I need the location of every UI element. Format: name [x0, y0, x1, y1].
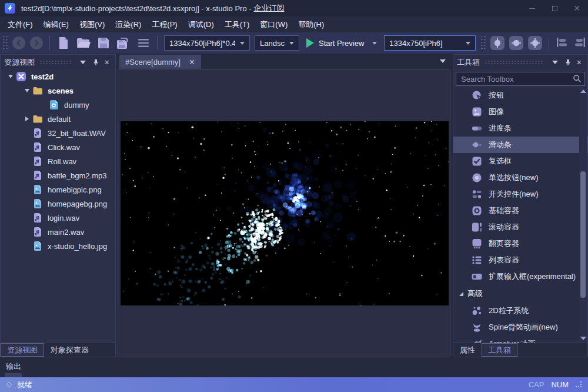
tree-item-login.wav[interactable]: login.wav — [1, 211, 115, 225]
tree-item-test2d[interactable]: test2d — [1, 69, 115, 84]
tree-item-dummy[interactable]: dummy — [1, 98, 115, 112]
checkbox-icon — [471, 155, 483, 167]
tree-item-default[interactable]: default — [1, 112, 115, 126]
anchor-center-button[interactable] — [528, 36, 542, 50]
tree-item-battle_bgm2.mp3[interactable]: battle_bgm2.mp3 — [1, 168, 115, 182]
pin-icon[interactable] — [92, 59, 99, 66]
menu-item-编辑E[interactable]: 编辑(E) — [38, 17, 74, 32]
toolbox-item-slider[interactable]: 滑动条 — [453, 137, 587, 153]
scene-tab[interactable]: #Scene[dummy] ✕ — [119, 55, 201, 69]
menu-item-渲染R[interactable]: 渲染(R) — [110, 17, 146, 32]
maximize-button[interactable] — [543, 0, 566, 16]
minimize-button[interactable]: ─ — [521, 0, 543, 16]
open-folder-button[interactable] — [76, 37, 91, 49]
tree-item-homebigpic.png[interactable]: homebigpic.png — [1, 182, 115, 197]
tree-item-label: scenes — [48, 87, 74, 95]
toolbox-item-button[interactable]: 按钮 — [453, 87, 587, 104]
toolbox-item-label: 进度条 — [489, 123, 512, 134]
toolbox-scrollbar[interactable] — [579, 87, 587, 343]
panel-menu-caret-icon[interactable] — [552, 61, 558, 64]
menu-item-视图V[interactable]: 视图(V) — [74, 17, 110, 32]
scroll-down-icon[interactable] — [580, 337, 586, 340]
toolbox-item-imagectl[interactable]: 图像 — [453, 104, 587, 120]
scene-canvas[interactable] — [121, 121, 449, 305]
resolution-scale-dropdown[interactable]: 1334x750[iPh6]*0.42 — [164, 35, 250, 51]
toolbar: 1334x750[iPh6]*0.42 Landscape Start Prev… — [0, 32, 588, 54]
toolbox-item-radio[interactable]: 单选按钮(new) — [453, 170, 587, 186]
menu-item-帮助H[interactable]: 帮助(H) — [293, 17, 329, 32]
save-all-button[interactable] — [116, 37, 131, 49]
tree-item-Roll.wav[interactable]: Roll.wav — [1, 154, 115, 168]
editor-viewport[interactable] — [118, 69, 450, 357]
toolbox-item-particle[interactable]: 2D粒子系统 — [453, 303, 587, 319]
tree-expander-icon[interactable] — [22, 117, 32, 121]
tree-item-homepagebg.png[interactable]: homepagebg.png — [1, 197, 115, 211]
back-button[interactable] — [12, 36, 25, 49]
toolbox-item-progress[interactable]: 进度条 — [453, 120, 587, 137]
close-button[interactable]: ✕ — [566, 0, 588, 16]
panel-close-icon[interactable]: × — [105, 58, 109, 67]
right-tab-属性[interactable]: 属性 — [453, 343, 482, 357]
tree-expander-icon[interactable] — [22, 89, 32, 92]
save-button[interactable] — [98, 37, 109, 49]
left-tab-对象探查器[interactable]: 对象探查器 — [44, 343, 95, 357]
toolbox-item-pageview[interactable]: 翻页容器 — [453, 235, 587, 252]
toolbox-item-listview[interactable]: 列表容器 — [453, 252, 587, 268]
orientation-dropdown[interactable]: Landscape — [255, 35, 299, 51]
align-right-icon[interactable] — [574, 37, 586, 49]
scrollbar-thumb[interactable] — [580, 171, 586, 298]
menu-item-工具T[interactable]: 工具(T) — [219, 17, 255, 32]
toolbox-item-container[interactable]: 基础容器 — [453, 202, 587, 219]
toolbox-search-input[interactable] — [456, 72, 585, 86]
menu-item-工程P[interactable]: 工程(P) — [146, 17, 182, 32]
align-left-icon[interactable] — [556, 37, 568, 49]
panel-drag-grip[interactable] — [485, 60, 544, 65]
scene-tab-close-icon[interactable]: ✕ — [189, 58, 195, 67]
toolbox-panel: 工具箱 × 按钮图像进度条滑动条复选框单选按钮(new)开关控件(new)基础容… — [453, 54, 588, 357]
menu-item-调试D[interactable]: 调试(D) — [183, 17, 219, 32]
window-list-button[interactable] — [138, 38, 149, 48]
menu-item-窗口W[interactable]: 窗口(W) — [255, 17, 293, 32]
folder-icon — [32, 114, 43, 124]
app-logo-icon — [5, 3, 15, 14]
panel-menu-caret-icon[interactable] — [80, 61, 86, 64]
resize-grip-icon[interactable] — [576, 381, 582, 388]
tree-item-scenes[interactable]: scenes — [1, 84, 115, 98]
tab-list-caret-icon[interactable] — [440, 59, 446, 63]
toolbox-item-spine[interactable]: Spine骨骼动画(new) — [453, 319, 587, 335]
start-preview-caret[interactable] — [372, 42, 377, 45]
start-preview-button[interactable]: Start Preview — [306, 38, 377, 48]
toolbox-item-checkbox[interactable]: 复选框 — [453, 153, 587, 170]
new-file-button[interactable] — [58, 36, 69, 49]
right-tab-工具箱[interactable]: 工具箱 — [482, 343, 517, 357]
toolbox-item-armature[interactable]: Armature动画 — [453, 335, 587, 343]
panel-close-icon[interactable]: × — [577, 58, 582, 67]
toolbar-grip-2[interactable] — [480, 35, 486, 51]
panel-drag-grip[interactable] — [39, 60, 72, 65]
scroll-up-icon[interactable] — [580, 89, 586, 93]
tree-item-main2.wav[interactable]: main2.wav — [1, 225, 115, 239]
pin-icon[interactable] — [564, 59, 572, 66]
preview-resolution-dropdown[interactable]: 1334x750[iPh6] — [384, 35, 476, 51]
tree-item-Click.wav[interactable]: Click.wav — [1, 140, 115, 154]
anchor-vertical-button[interactable] — [490, 36, 505, 50]
left-tab-资源视图[interactable]: 资源视图 — [1, 343, 44, 357]
tree-expander-icon[interactable] — [5, 75, 16, 78]
tree-item-32_bit_float.WAV[interactable]: 32_bit_float.WAV — [1, 126, 115, 140]
toolbox-item-switch[interactable]: 开关控件(new) — [453, 186, 587, 202]
output-tab[interactable] — [5, 373, 22, 377]
statusbar: 就绪 CAP NUM — [0, 377, 588, 392]
toolbox-item-label: 按钮 — [489, 90, 504, 101]
toolbar-grip[interactable] — [2, 35, 8, 51]
subscription-link[interactable]: 企业订阅 — [254, 3, 285, 14]
slider-icon — [471, 139, 483, 151]
tree-item-x-studio_hello.jpg[interactable]: x-studio_hello.jpg — [1, 239, 115, 253]
forward-button[interactable] — [30, 36, 43, 49]
menu-item-文件F[interactable]: 文件(F) — [2, 17, 38, 32]
anchor-horizontal-button[interactable] — [509, 36, 523, 50]
toolbox-group-advanced[interactable]: 高级 — [453, 285, 587, 303]
app-window: test2d[D:\tmp\x-studio-projects\test2d\t… — [0, 0, 588, 392]
toolbox-item-label: 列表容器 — [489, 255, 519, 265]
toolbox-item-editbox[interactable]: 扩展输入框(experimental) — [453, 268, 587, 285]
toolbox-item-scrollview[interactable]: 滚动容器 — [453, 219, 587, 235]
